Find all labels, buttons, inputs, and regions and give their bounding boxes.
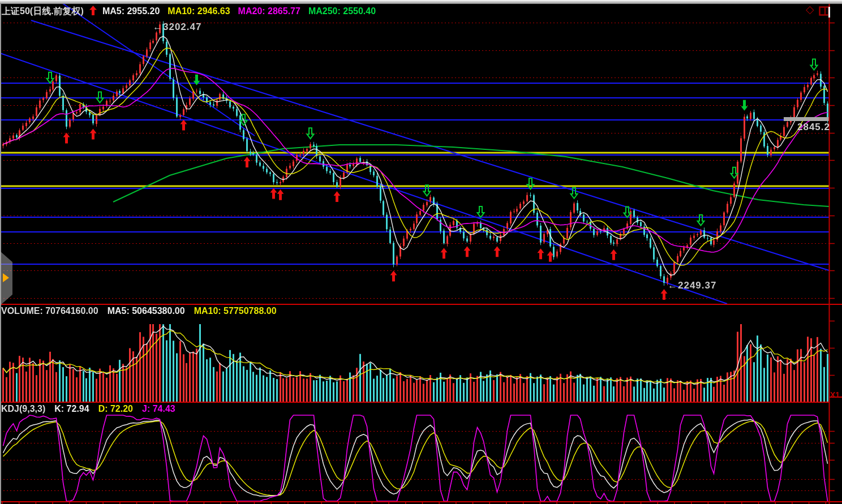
trading-app-window: 上证50(日线.前复权) MA5: 2955.20 MA10: 2946.63 … [0, 0, 842, 504]
ma10-value: MA10: 2946.63 [167, 6, 230, 16]
axis-cursor-mark [828, 7, 830, 18]
kdj-d-value: D: 72.20 [98, 404, 133, 414]
low-price-label: ←2249.37 [668, 280, 716, 291]
volume-value: VOLUME: 70764160.00 [1, 306, 98, 316]
last-price-label: 2845.2 [797, 122, 830, 133]
kdj-k-value: K: 72.94 [54, 404, 89, 414]
red-up-arrow-icon [89, 6, 97, 18]
kdj-indicator-name: KDJ(9,3,3) [1, 404, 45, 414]
diamond-button-icon[interactable]: ◇ [806, 3, 814, 16]
peak-price-label: ←3202.47 [153, 21, 201, 33]
ma20-value: MA20: 2865.77 [238, 6, 300, 16]
ma5-value: MA5: 2955.20 [102, 6, 160, 16]
instrument-title: 上证50(日线.前复权) [2, 6, 84, 18]
volume-ma5-value: MA5: 50645380.00 [108, 306, 185, 316]
volume-ma10-value: MA10: 57750788.00 [194, 306, 277, 316]
volume-scale-note: X1 [830, 390, 840, 399]
ma250-value: MA250: 2550.40 [308, 6, 376, 16]
kdj-j-value: J: 74.43 [142, 404, 175, 414]
kdj-header: KDJ(9,3,3) K: 72.94 D: 72.20 J: 74.43 [1, 403, 175, 415]
volume-header: VOLUME: 70764160.00 MA5: 50645380.00 MA1… [1, 305, 277, 317]
expand-arrow-icon [3, 273, 9, 282]
window-top-edge [0, 0, 842, 4]
price-chart-canvas[interactable] [0, 0, 842, 504]
main-chart-header: 上证50(日线.前复权) MA5: 2955.20 MA10: 2946.63 … [2, 5, 376, 18]
